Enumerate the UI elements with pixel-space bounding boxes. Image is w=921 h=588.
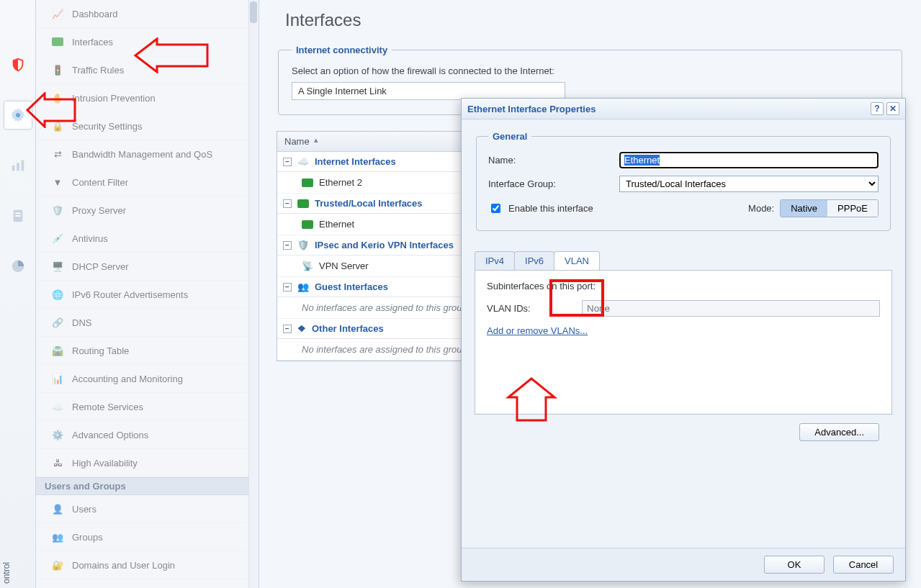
tabpane-vlan: Subinterfaces on this port: VLAN IDs: Ad… — [475, 271, 892, 415]
remote-icon: ☁️ — [50, 399, 65, 414]
groups-icon: 👥 — [50, 530, 65, 544]
nic-trusted-icon — [297, 199, 309, 208]
sidebar-item-label: Users — [72, 504, 96, 515]
dns-icon: 🔗 — [50, 315, 65, 330]
mode-pppoe-button[interactable]: PPPoE — [827, 200, 878, 217]
sidebar-item-content-filter[interactable]: ▼Content Filter — [36, 168, 259, 196]
sidebar-item-advanced[interactable]: ⚙️Advanced Options — [36, 421, 259, 449]
gear-icon — [10, 107, 26, 123]
sidebar-item-label: Content Filter — [72, 177, 128, 188]
ifgroup-select[interactable]: Trusted/Local Interfaces — [619, 176, 879, 192]
sidebar-item-label: Groups — [72, 532, 103, 543]
sidebar-item-security[interactable]: 🔒Security Settings — [36, 112, 259, 140]
advanced-button[interactable]: Advanced... — [799, 423, 879, 441]
collapse-icon[interactable]: − — [283, 199, 292, 208]
sidebar-item-dashboard[interactable]: 📈Dashboard — [36, 0, 259, 28]
rail-shield[interactable] — [4, 50, 32, 79]
dialog-title: Ethernet Interface Properties — [467, 104, 596, 114]
enable-interface-label: Enable this interface — [508, 203, 593, 214]
dialog-titlebar[interactable]: Ethernet Interface Properties ? ✕ — [462, 99, 905, 119]
name-input[interactable] — [619, 152, 879, 168]
connectivity-legend: Internet connectivity — [292, 45, 392, 55]
svg-rect-3 — [21, 160, 24, 171]
sidebar-item-label: Advanced Options — [72, 430, 148, 440]
rail-gear[interactable] — [4, 101, 32, 130]
tab-vlan[interactable]: VLAN — [554, 251, 600, 270]
sidebar-item-antivirus[interactable]: 💉Antivirus — [36, 225, 259, 253]
collapse-icon[interactable]: − — [283, 241, 292, 250]
dialog-help-button[interactable]: ? — [871, 102, 884, 115]
tabstrip: IPv4 IPv6 VLAN — [475, 251, 892, 271]
other-icon: ❖ — [297, 323, 306, 334]
rail-pie[interactable] — [4, 252, 32, 281]
sidebar-item-label: Antivirus — [72, 233, 108, 244]
sidebar-item-bandwidth[interactable]: ⇄Bandwidth Management and QoS — [36, 140, 259, 168]
sidebar-item-proxy[interactable]: 🛡️Proxy Server — [36, 196, 259, 225]
sort-asc-icon: ▲ — [313, 136, 320, 147]
sidebar-item-domains[interactable]: 🔐Domains and User Login — [36, 551, 259, 579]
sidebar-scrollbar[interactable] — [248, 0, 259, 588]
sidebar-item-label: Proxy Server — [72, 205, 126, 216]
sidebar-item-label: DHCP Server — [72, 261, 129, 272]
svg-rect-1 — [12, 166, 14, 171]
sidebar-item-label: Dashboard — [72, 9, 118, 19]
vpn-icon: 📡 — [302, 261, 313, 271]
enable-interface-checkbox[interactable] — [491, 204, 500, 213]
sidebar-item-groups[interactable]: 👥Groups — [36, 523, 259, 551]
ifgroup-label: Interface Group: — [488, 178, 611, 189]
dashboard-icon: 📈 — [50, 6, 65, 21]
sidebar-item-dhcp[interactable]: 🖥️DHCP Server — [36, 253, 259, 281]
ok-button[interactable]: OK — [764, 556, 825, 574]
collapse-icon[interactable]: − — [283, 158, 292, 166]
filter-icon: ▼ — [50, 175, 65, 189]
pie-icon — [10, 258, 26, 274]
sidebar-item-intrusion[interactable]: ✋Intrusion Prevention — [36, 84, 259, 112]
proxy-icon: 🛡️ — [50, 203, 65, 217]
rail-bottom-label: ontrol — [1, 562, 12, 584]
general-fieldset: General Name: Interface Group: Trusted/L… — [476, 131, 891, 231]
sidebar-item-label: Accounting and Monitoring — [72, 374, 183, 384]
tab-ipv4[interactable]: IPv4 — [475, 251, 515, 270]
sidebar-item-label: Interfaces — [72, 37, 113, 48]
interfaces-icon — [50, 35, 65, 49]
sidebar-item-remote[interactable]: ☁️Remote Services — [36, 393, 259, 421]
left-rail: ontrol — [0, 0, 36, 588]
subinterfaces-label: Subinterfaces on this port: — [487, 281, 880, 291]
bandwidth-icon: ⇄ — [50, 147, 65, 161]
sidebar-item-label: Security Settings — [72, 121, 143, 132]
name-label: Name: — [488, 155, 611, 166]
collapse-icon[interactable]: − — [283, 283, 292, 291]
sidebar-group-header-users: Users and Groups — [36, 477, 259, 495]
domains-icon: 🔐 — [50, 558, 65, 572]
grid-col-name: Name — [284, 136, 310, 147]
sidebar-item-routing[interactable]: 🛣️Routing Table — [36, 337, 259, 365]
sidebar-item-label: Intrusion Prevention — [72, 93, 156, 104]
vlan-ids-label: VLAN IDs: — [487, 303, 573, 314]
rail-stats[interactable] — [4, 151, 32, 180]
mode-native-button[interactable]: Native — [781, 200, 827, 217]
sidebar-item-interfaces[interactable]: Interfaces — [36, 28, 259, 56]
users-icon: 👤 — [50, 502, 65, 516]
svg-rect-5 — [15, 212, 20, 214]
connectivity-desc: Select an option of how the firewall is … — [292, 65, 889, 76]
vlan-ids-input[interactable] — [582, 300, 880, 317]
tab-ipv6[interactable]: IPv6 — [514, 251, 554, 270]
sidebar-item-users[interactable]: 👤Users — [36, 495, 259, 523]
accounting-icon: 📊 — [50, 371, 65, 386]
sidebar-item-traffic-rules[interactable]: 🚦Traffic Rules — [36, 56, 259, 84]
sidebar-item-dns[interactable]: 🔗DNS — [36, 309, 259, 337]
sidebar-item-ha[interactable]: 🖧High Availability — [36, 449, 259, 477]
collapse-icon[interactable]: − — [283, 325, 292, 333]
cancel-button[interactable]: Cancel — [833, 556, 894, 574]
sidebar-item-label: Traffic Rules — [72, 65, 124, 76]
page-title: Interfaces — [285, 10, 361, 30]
sidebar-item-accounting[interactable]: 📊Accounting and Monitoring — [36, 365, 259, 393]
dialog-close-button[interactable]: ✕ — [886, 102, 899, 115]
sidebar-item-label: High Availability — [72, 458, 138, 469]
sidebar-item-ipv6[interactable]: 🌐IPv6 Router Advertisements — [36, 281, 259, 309]
rail-doc[interactable] — [4, 202, 32, 230]
mode-label: Mode: — [748, 203, 774, 214]
nic-icon — [302, 220, 313, 229]
add-remove-vlans-link[interactable]: Add or remove VLANs... — [487, 325, 588, 336]
sidebar-item-label: Domains and User Login — [72, 560, 175, 571]
